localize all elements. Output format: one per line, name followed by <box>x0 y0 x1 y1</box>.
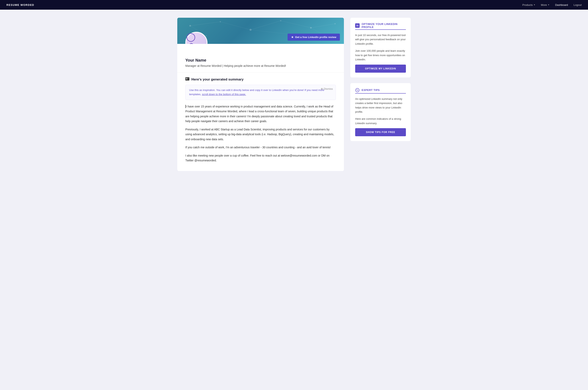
optimize-title: OPTIMIZE YOUR LINKEDIN PROFILE <box>362 23 406 29</box>
tips-divider <box>355 93 406 94</box>
profile-avatar: ◯ <box>185 32 207 44</box>
star-icon: ★ <box>291 36 294 39</box>
user-icon: ◯ <box>186 32 207 44</box>
main-content: ◯ ★ Get a free LinkedIn profile review Y… <box>177 18 344 171</box>
optimize-linkedin-card: in OPTIMIZE YOUR LINKEDIN PROFILE In jus… <box>350 18 411 77</box>
profile-name: Your Name <box>185 58 336 63</box>
svg-line-10 <box>220 22 250 30</box>
profile-banner: ◯ ★ Get a free LinkedIn profile review <box>177 18 344 44</box>
summary-title: Here's your generated summary <box>191 77 244 82</box>
tips-body-1: An optimized LinkedIn summary not only c… <box>355 97 406 114</box>
circle-x-icon: ⊗ <box>321 87 323 90</box>
tips-header: EXPERT TIPS <box>355 88 406 92</box>
nav-dashboard[interactable]: Dashboard <box>555 3 568 6</box>
summary-icon <box>185 77 189 82</box>
tips-title: EXPERT TIPS <box>362 89 380 92</box>
inspiration-text: Use this as inspiration. You can edit it… <box>189 88 332 97</box>
nav-right: Products ▼ More ▼ Dashboard Logout <box>522 3 582 6</box>
summary-paragraph-4: I also like meeting new people over a cu… <box>185 153 336 163</box>
navbar: RESUME WORDED Products ▼ More ▼ Dashboar… <box>0 0 588 10</box>
show-tips-button[interactable]: SHOW TIPS FOR FREE <box>355 128 406 136</box>
summary-body[interactable]: I have over 15 years of experience worki… <box>185 104 336 163</box>
optimize-body-2: Join over 100,000 people and learn exact… <box>355 49 406 62</box>
summary-paragraph-2: Previously, I worked at ABC Startup as a… <box>185 127 336 142</box>
optimize-divider <box>355 29 406 30</box>
svg-rect-21 <box>186 79 188 79</box>
svg-rect-19 <box>185 77 189 81</box>
summary-paragraph-1: I have over 15 years of experience worki… <box>185 104 336 124</box>
page-container: ◯ ★ Get a free LinkedIn profile review Y… <box>173 10 415 179</box>
svg-rect-22 <box>186 79 187 80</box>
optimize-linkedin-button[interactable]: OPTIMIZE MY LINKEDIN <box>355 65 406 73</box>
optimize-header: in OPTIMIZE YOUR LINKEDIN PROFILE <box>355 23 406 29</box>
svg-line-12 <box>281 21 311 28</box>
get-review-button[interactable]: ★ Get a free LinkedIn profile review <box>288 34 340 41</box>
svg-rect-20 <box>186 78 187 78</box>
svg-line-9 <box>190 22 220 26</box>
summary-paragraph-3: If you catch me outside of work, I'm an … <box>185 145 336 150</box>
svg-point-18 <box>189 44 194 44</box>
svg-point-23 <box>188 78 189 79</box>
optimize-body-1: In just 10 seconds, our free AI-powered … <box>355 33 406 46</box>
linkedin-icon: in <box>355 23 360 28</box>
profile-info: Your Name Manager at Resume Worded | Hel… <box>177 44 344 72</box>
inspiration-box: Use this as inspiration. You can edit it… <box>185 85 336 100</box>
profile-headline: Manager at Resume Worded | Helping peopl… <box>185 64 336 67</box>
nav-logout[interactable]: Logout <box>574 3 582 6</box>
svg-line-11 <box>250 21 281 30</box>
nav-products[interactable]: Products ▼ <box>522 3 535 6</box>
tips-body-2: Here are common indicators of a strong L… <box>355 117 406 125</box>
expert-tips-card: EXPERT TIPS An optimized LinkedIn summar… <box>350 83 411 141</box>
chevron-down-icon: ▼ <box>534 4 535 6</box>
summary-header: Here's your generated summary <box>185 77 336 82</box>
chevron-down-icon: ▼ <box>548 4 549 6</box>
nav-more[interactable]: More ▼ <box>541 3 549 6</box>
sidebar: in OPTIMIZE YOUR LINKEDIN PROFILE In jus… <box>350 18 411 141</box>
inspiration-link[interactable]: scroll down to the bottom of this page. <box>202 93 246 96</box>
site-logo: RESUME WORDED <box>6 3 34 6</box>
svg-line-13 <box>311 24 335 28</box>
dismiss-button[interactable]: ⊗ Dismiss <box>321 87 333 90</box>
brain-icon <box>355 88 360 92</box>
summary-section: Here's your generated summary Use this a… <box>177 72 344 171</box>
